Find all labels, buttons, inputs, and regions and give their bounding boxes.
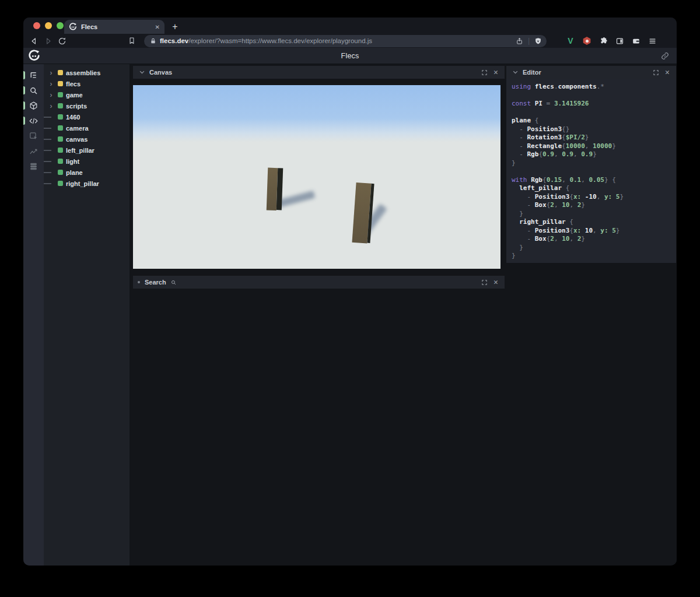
expand-panel-icon[interactable] <box>480 68 488 76</box>
close-window-button[interactable] <box>33 22 40 29</box>
tree-item-game[interactable]: ›game <box>47 89 130 100</box>
active-indicator <box>23 71 25 79</box>
cube-icon <box>29 101 38 111</box>
tree-item-left_pillar[interactable]: left_pillar <box>47 145 130 156</box>
tree-item-label: game <box>66 92 83 99</box>
zoom-window-button[interactable] <box>57 22 64 29</box>
share-icon[interactable] <box>516 37 524 45</box>
code-line: - Position3{x: 10, y: 5} <box>512 227 671 236</box>
tree-item-label: flecs <box>66 80 80 87</box>
code-line: const PI = 3.1415926 <box>512 100 671 108</box>
browser-tab[interactable]: Flecs ✕ <box>64 20 164 34</box>
rail-item-search[interactable] <box>23 83 44 98</box>
tree-item-label: canvas <box>66 136 88 143</box>
tree-item-label: left_pillar <box>66 147 94 154</box>
rail-item-scene[interactable] <box>23 98 44 113</box>
browser-menu-icon[interactable] <box>647 36 657 46</box>
entity-color-square <box>58 70 63 75</box>
rail-item-entity-tree[interactable] <box>23 68 44 83</box>
tab-favicon-flecs-icon <box>69 23 77 31</box>
new-tab-button[interactable]: + <box>169 21 181 33</box>
browser-window: Flecs ✕ + <box>23 17 677 566</box>
tree-item-light[interactable]: light <box>47 156 130 167</box>
tree-item-label: camera <box>66 125 89 132</box>
tree-connector-line <box>44 150 51 151</box>
entity-color-square <box>58 114 63 120</box>
extension-area: V <box>565 36 657 46</box>
code-line <box>512 108 671 117</box>
forward-button[interactable] <box>41 35 55 47</box>
puzzle-extensions-icon[interactable] <box>598 36 608 46</box>
rail-item-statistics[interactable] <box>23 143 44 159</box>
entity-color-square <box>58 148 63 153</box>
tree-connector-line <box>44 161 51 162</box>
minimize-window-button[interactable] <box>45 22 52 29</box>
entity-tree-panel: ›assemblies›flecs›game›scripts1460camera… <box>44 64 130 566</box>
address-bar[interactable]: flecs.dev/explorer/?wasm=https://www.fle… <box>144 35 547 47</box>
code-line: - Box{2, 10, 2} <box>512 235 671 244</box>
tree-item-label: scripts <box>66 103 87 110</box>
code-line: - Position3{} <box>512 125 671 134</box>
editor-panel-header: Editor ✕ <box>506 66 676 79</box>
code-line: - Position3{x: -10, y: 5} <box>512 193 671 202</box>
expand-chevron-icon[interactable]: › <box>47 103 55 110</box>
entity-color-square <box>58 170 63 175</box>
url-text: flecs.dev/explorer/?wasm=https://www.fle… <box>160 37 372 44</box>
back-button[interactable] <box>27 35 41 47</box>
rail-item-queries[interactable] <box>23 159 44 174</box>
canvas-panel-header: Canvas ✕ <box>133 66 505 79</box>
editor-code[interactable]: using flecs.components.* const PI = 3.14… <box>506 79 676 263</box>
tree-item-right_pillar[interactable]: right_pillar <box>47 178 130 189</box>
expand-panel-icon[interactable] <box>480 278 488 286</box>
bookmarks-icon[interactable] <box>125 35 139 47</box>
content-area: Canvas ✕ <box>130 64 677 566</box>
code-line: - Rectangle{10000, 10000} <box>512 142 671 151</box>
chevron-down-icon[interactable] <box>138 68 146 76</box>
code-line: } <box>512 210 671 219</box>
tree-item-plane[interactable]: plane <box>47 167 130 178</box>
tree-item-canvas[interactable]: canvas <box>47 134 130 145</box>
magnifier-icon <box>170 278 178 286</box>
toolbar-separator: | <box>528 37 530 45</box>
expand-chevron-icon[interactable]: › <box>47 69 55 76</box>
sidebar-rail <box>23 64 44 566</box>
tree-connector-line <box>44 183 51 184</box>
expand-panel-icon[interactable] <box>652 68 660 76</box>
permalink-icon[interactable] <box>661 52 669 60</box>
tree-item-camera[interactable]: camera <box>47 122 130 134</box>
tree-item-label: light <box>66 158 79 165</box>
rail-item-code[interactable] <box>23 113 44 128</box>
tree-item-flecs[interactable]: ›flecs <box>47 78 130 89</box>
wallet-icon[interactable] <box>631 36 641 46</box>
tab-close-icon[interactable]: ✕ <box>155 24 160 30</box>
close-panel-icon[interactable]: ✕ <box>663 68 671 76</box>
red-extension-icon[interactable] <box>582 36 592 46</box>
code-line: } <box>512 252 671 261</box>
tree-item-assemblies[interactable]: ›assemblies <box>47 67 130 78</box>
tree-item-1460[interactable]: 1460 <box>47 111 130 122</box>
collapsed-bullet-icon[interactable] <box>138 281 140 283</box>
entity-tree: ›assemblies›flecs›game›scripts1460camera… <box>47 67 130 189</box>
close-panel-icon[interactable]: ✕ <box>492 68 500 76</box>
close-panel-icon[interactable]: ✕ <box>492 278 500 286</box>
tree-item-scripts[interactable]: ›scripts <box>47 100 130 111</box>
entity-color-square <box>58 103 63 108</box>
code-line: plane { <box>512 117 671 125</box>
vue-devtools-extension-icon[interactable]: V <box>565 36 576 46</box>
expand-chevron-icon[interactable]: › <box>47 92 55 99</box>
chevron-down-icon[interactable] <box>511 68 519 76</box>
rail-item-inspector[interactable] <box>23 128 44 143</box>
brave-shield-icon[interactable] <box>534 37 542 45</box>
canvas-3d-scene[interactable] <box>133 85 501 269</box>
code-line: - Rotation3{$PI/2} <box>512 134 671 142</box>
right-pillar <box>352 182 374 244</box>
tab-title: Flecs <box>81 23 151 30</box>
code-line: - Box{2, 10, 2} <box>512 201 671 210</box>
sidebar-toggle-icon[interactable] <box>614 36 625 46</box>
code-line: left_pillar { <box>512 184 671 193</box>
entity-color-square <box>58 136 63 142</box>
reload-button[interactable] <box>55 35 69 47</box>
lock-icon <box>150 38 156 44</box>
line-chart-icon <box>29 146 38 156</box>
expand-chevron-icon[interactable]: › <box>47 80 55 87</box>
